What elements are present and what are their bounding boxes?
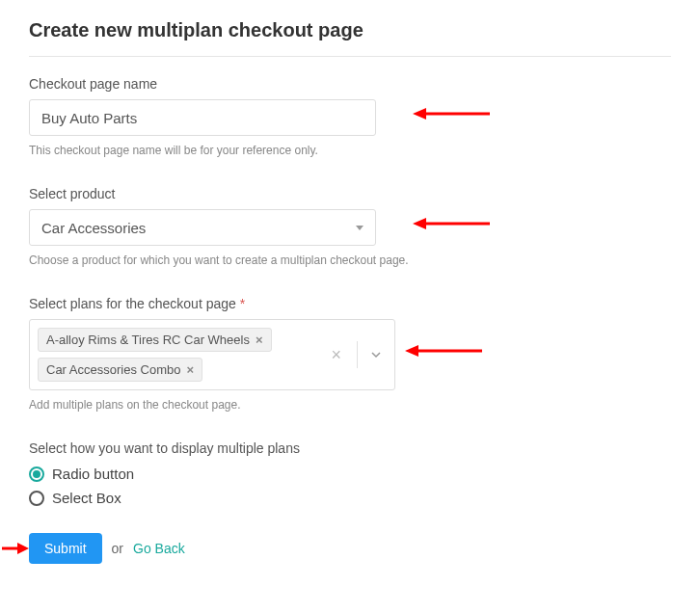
plans-label-text: Select plans for the checkout page bbox=[29, 296, 236, 311]
svg-marker-3 bbox=[413, 218, 426, 229]
page-title: Create new multiplan checkout page bbox=[29, 19, 671, 41]
radio-group: Radio button Select Box bbox=[29, 466, 671, 506]
name-label: Checkout page name bbox=[29, 76, 671, 92]
field-select-plans: Select plans for the checkout page * A-a… bbox=[29, 296, 671, 413]
tags-area: A-alloy Rims & Tires RC Car Wheels × Car… bbox=[30, 320, 315, 389]
action-row: Submit or Go Back bbox=[29, 533, 671, 564]
radio-icon bbox=[29, 466, 44, 482]
product-label: Select product bbox=[29, 186, 671, 201]
field-checkout-name: Checkout page name This checkout page na… bbox=[29, 76, 671, 159]
display-label: Select how you want to display multiple … bbox=[29, 440, 671, 456]
plans-helper: Add multiple plans on the checkout page. bbox=[29, 396, 415, 413]
chevron-down-icon[interactable] bbox=[367, 346, 385, 363]
radio-label: Select Box bbox=[52, 490, 121, 506]
arrow-annotation-icon bbox=[413, 107, 490, 120]
required-asterisk: * bbox=[240, 296, 245, 311]
plan-tag: A-alloy Rims & Tires RC Car Wheels × bbox=[38, 328, 272, 352]
go-back-link[interactable]: Go Back bbox=[133, 541, 185, 556]
multiselect-controls: × bbox=[315, 320, 394, 389]
clear-all-icon[interactable]: × bbox=[325, 345, 347, 365]
svg-marker-5 bbox=[405, 345, 418, 357]
product-select[interactable]: Car Accessories bbox=[29, 209, 376, 246]
plans-multiselect[interactable]: A-alloy Rims & Tires RC Car Wheels × Car… bbox=[29, 319, 395, 390]
arrow-annotation-icon bbox=[2, 542, 29, 555]
or-text: or bbox=[112, 541, 123, 556]
arrow-annotation-icon bbox=[405, 344, 482, 358]
tag-label: Car Accessories Combo bbox=[46, 362, 180, 377]
plans-label: Select plans for the checkout page * bbox=[29, 296, 671, 311]
radio-option-select-box[interactable]: Select Box bbox=[29, 490, 671, 506]
product-helper: Choose a product for which you want to c… bbox=[29, 252, 415, 269]
product-selected-value: Car Accessories bbox=[41, 220, 356, 236]
plan-tag: Car Accessories Combo × bbox=[38, 358, 202, 382]
name-helper: This checkout page name will be for your… bbox=[29, 142, 415, 159]
radio-option-radio-button[interactable]: Radio button bbox=[29, 466, 671, 482]
submit-button[interactable]: Submit bbox=[29, 533, 102, 564]
divider bbox=[29, 56, 671, 57]
field-display-mode: Select how you want to display multiple … bbox=[29, 440, 671, 506]
remove-tag-icon[interactable]: × bbox=[256, 333, 263, 346]
svg-marker-1 bbox=[413, 108, 426, 120]
tag-label: A-alloy Rims & Tires RC Car Wheels bbox=[46, 333, 250, 347]
caret-down-icon bbox=[356, 226, 363, 230]
checkout-name-input[interactable] bbox=[29, 99, 376, 136]
svg-marker-7 bbox=[17, 543, 29, 554]
vertical-divider bbox=[357, 341, 358, 368]
field-select-product: Select product Car Accessories Choose a … bbox=[29, 186, 671, 269]
radio-label: Radio button bbox=[52, 466, 134, 482]
arrow-annotation-icon bbox=[413, 217, 490, 230]
remove-tag-icon[interactable]: × bbox=[186, 363, 194, 376]
radio-icon bbox=[29, 491, 44, 506]
